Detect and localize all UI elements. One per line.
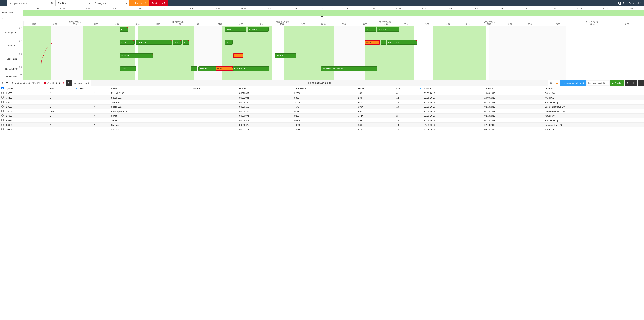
row-checkbox[interactable] <box>1 114 4 117</box>
filter-icon[interactable] <box>235 87 237 90</box>
gantt-task[interactable]: 62611 Pos. 1! <box>387 40 417 45</box>
search-box[interactable] <box>7 0 55 6</box>
filter-icon[interactable] <box>353 87 355 90</box>
nav-last-button[interactable]: » <box>639 16 644 21</box>
col-header[interactable]: Kesto <box>356 86 395 91</box>
row-checkbox[interactable] <box>1 92 4 94</box>
print-button[interactable] <box>548 80 554 86</box>
table-row[interactable]: 992561✓Space 22200066780320084.42h1921.0… <box>0 100 644 105</box>
table-row[interactable]: 18108106✓Plasmapoltto 1300010103922934.6… <box>0 109 644 114</box>
data-table-wrap[interactable]: TyönroPosMat.VaiheKuvausPiirnroTuotekood… <box>0 86 644 130</box>
col-header[interactable]: Kuvaus <box>191 86 238 91</box>
filter-icon[interactable] <box>46 87 48 90</box>
help-button[interactable]: ? <box>624 80 630 86</box>
filter-search-button[interactable] <box>0 80 5 86</box>
nav-next-button[interactable]: › <box>634 16 639 21</box>
search-input[interactable] <box>7 2 49 5</box>
row-checkbox[interactable] <box>1 101 4 103</box>
col-checkbox[interactable] <box>0 86 5 91</box>
create-group-button[interactable]: Luo ryhmä <box>129 0 149 6</box>
filter-icon[interactable] <box>188 87 190 90</box>
group-dropdown[interactable]: Demoryhmä <box>92 0 129 6</box>
nav-first-button[interactable]: « <box>0 16 5 21</box>
crown-button[interactable] <box>554 80 560 86</box>
cell-piirnro: 00023162 <box>238 105 293 109</box>
gantt-task[interactable]: 5613! <box>173 40 182 45</box>
row-checkbox[interactable] <box>1 119 4 121</box>
filter-funnel-button[interactable] <box>5 80 10 86</box>
refresh-button[interactable] <box>66 80 72 86</box>
filter-icon[interactable] <box>107 87 109 90</box>
col-header[interactable]: Tuotekoodi <box>293 86 356 91</box>
table-row[interactable]: 289581✓Sahaus00032627462693.36h1921.08.2… <box>0 123 644 127</box>
filter-icon[interactable] <box>641 87 643 90</box>
cell-mat: ✓ <box>78 109 110 114</box>
col-header[interactable]: Asiakas <box>544 86 644 91</box>
camera-icon[interactable] <box>320 17 324 21</box>
table-row[interactable]: 354011✓Space 22200021031683072.83h1221.0… <box>0 96 644 100</box>
col-header[interactable]: Vaihe <box>110 86 191 91</box>
gantt-task[interactable]: 90601! <box>120 40 135 45</box>
filter-icon[interactable] <box>76 87 78 90</box>
gantt-task[interactable]: 88348 P! <box>216 67 233 71</box>
gantt-task[interactable]: 626 <box>365 27 376 32</box>
gantt-task[interactable]: 7! <box>183 40 189 45</box>
execute-button[interactable]: ▶ Suorita <box>610 80 624 86</box>
cell-tyonro: 39505 <box>5 91 49 96</box>
nav-prev-button[interactable]: ‹ <box>5 16 10 21</box>
filter-icon[interactable] <box>290 87 292 90</box>
gantt-task[interactable]: 07269 Pos. <box>248 27 269 32</box>
selection-dropdown[interactable]: 5 Valittu <box>55 0 92 6</box>
table-row[interactable]: 395051✓Rausch 323300072637225861.50h821.… <box>0 91 644 96</box>
unloaded-tab[interactable]: Kuormittamattomat 202 / 373 <box>10 80 42 86</box>
gantt-track[interactable] <box>24 73 644 80</box>
filter-icon[interactable] <box>420 87 422 90</box>
gantt-task[interactable]: 56136 Pos <box>377 27 400 32</box>
col-header[interactable]: Pos <box>49 86 78 91</box>
hour-tick: 16:00 <box>148 23 168 26</box>
table-row[interactable]: 181081✓Space 22200023162767840.08h1021.0… <box>0 105 644 109</box>
delete-group-button[interactable]: Poista ryhmä <box>149 0 168 6</box>
row-checkbox[interactable] <box>1 105 4 108</box>
gantt-task[interactable]: 6 <box>381 40 386 45</box>
search-button[interactable] <box>49 2 55 5</box>
ai-load-select[interactable]: Kuormita tekoälyllä ▾ <box>587 81 609 85</box>
download-button[interactable] <box>638 80 644 86</box>
fullscreen-button[interactable] <box>631 80 637 86</box>
gantt-task[interactable]: 47! <box>120 27 128 32</box>
table-row[interactable]: 173231✓Sahaus00033971029075.44h221.08.20… <box>0 114 644 118</box>
row-checkbox[interactable] <box>1 96 4 99</box>
gantt-task[interactable]: 65254 Pos.! <box>136 40 172 45</box>
gantt-task[interactable]: 76064 Pos. 1! <box>120 53 153 58</box>
gantt-task[interactable]: 1! <box>191 67 197 71</box>
errors-tab[interactable]: ! Virhetilanteet 13 <box>42 80 66 86</box>
gantt-task[interactable]: 73 <box>225 40 232 45</box>
table-row[interactable]: 834721✓Sahaus00016372999382.54h1921.08.2… <box>0 118 644 123</box>
row-checkbox[interactable] <box>1 128 4 130</box>
col-header[interactable]: Mat. <box>78 86 110 91</box>
row-checkbox[interactable] <box>1 124 4 126</box>
gantt-task[interactable]: 56136 Pos. 1(10.00h) 00 <box>321 67 377 71</box>
gantt-task[interactable]: 76064 P <box>225 27 246 32</box>
gantt-track[interactable]: 47!76064 P07269 Pos.62656136 Pos <box>24 26 644 39</box>
gantt-task[interactable]: 88 <box>233 53 243 58</box>
capacity-tab[interactable]: Kapasiteetti <box>72 80 92 86</box>
user-menu[interactable]: Jussi Demo <box>616 0 637 6</box>
row-checkbox[interactable] <box>1 110 4 112</box>
filter-icon[interactable] <box>392 87 394 90</box>
gantt-task[interactable]: 88348 <box>365 40 380 45</box>
col-header[interactable]: Piirnro <box>238 86 293 91</box>
gantt-track[interactable]: 90601!65254 Pos.!5613!7!7388348662611 Po… <box>24 39 644 52</box>
col-header[interactable]: Toimitus <box>483 86 544 91</box>
gantt-track[interactable]: 13091!90601 Po!88348 P!6136 Pos. 1(6.956… <box>24 66 644 73</box>
approve-plans-button[interactable]: Hyväksy suunnitelmat <box>560 80 586 86</box>
col-header[interactable]: Työnro <box>5 86 49 91</box>
table-row[interactable]: 304431✓Space 22200027311305863.36h1221.0… <box>0 127 644 130</box>
select-all-checkbox[interactable] <box>1 87 4 89</box>
col-header[interactable]: Aloitus <box>422 86 483 91</box>
gantt-task[interactable]: 07269 Pc <box>275 53 296 58</box>
gantt-task[interactable]: 6136 Pos. 1(6.9 <box>233 67 269 71</box>
gantt-track[interactable]: 76064 Pos. 1!8807269 Pc <box>24 52 644 65</box>
col-header[interactable]: Kpl <box>395 86 422 91</box>
menu-button[interactable] <box>0 0 7 6</box>
